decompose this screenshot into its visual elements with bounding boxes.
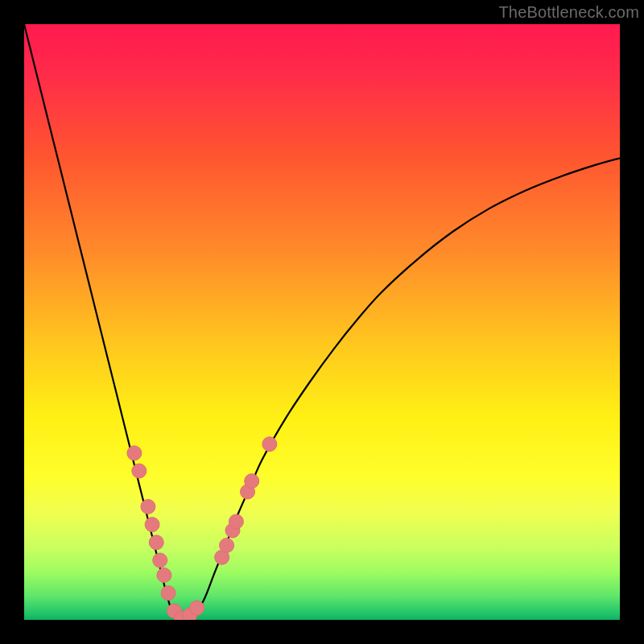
- curve-marker: [161, 586, 175, 601]
- bottleneck-curve: [24, 24, 620, 620]
- watermark-text: TheBottleneck.com: [498, 3, 639, 22]
- curve-marker: [157, 568, 171, 583]
- curve-markers: [127, 437, 277, 620]
- curve-marker: [220, 539, 234, 553]
- curve-marker: [262, 437, 277, 452]
- plot-area: [24, 24, 620, 620]
- curve-marker: [229, 514, 243, 529]
- curve-marker: [132, 464, 147, 478]
- curve-marker: [145, 518, 159, 532]
- curve-marker: [141, 499, 155, 514]
- curve-marker: [127, 446, 142, 460]
- curve-marker: [149, 535, 163, 550]
- curve-marker: [245, 474, 259, 489]
- chart-frame: TheBottleneck.com: [0, 0, 644, 644]
- bottleneck-curve-svg: [24, 24, 620, 620]
- curve-marker: [190, 601, 204, 615]
- curve-marker: [153, 553, 167, 568]
